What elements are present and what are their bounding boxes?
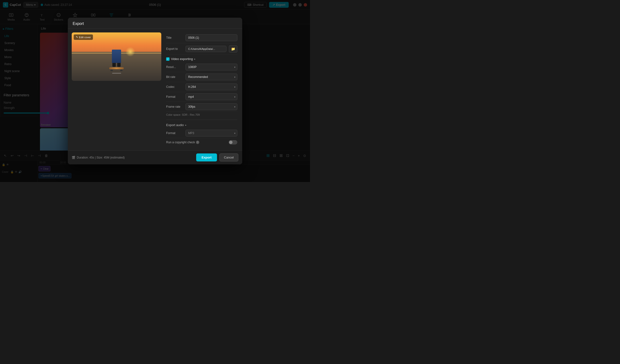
codec-wrapper: H.264 H.265 VP9 ▾ <box>186 83 237 90</box>
resolution-label: Resol... <box>166 65 186 69</box>
bitrate-row: Bit rate Low Medium Recommended High ▾ <box>166 72 237 82</box>
modal-title: Export <box>68 18 242 29</box>
audio-format-row: Format MP3 AAC WAV ▾ <box>166 128 237 138</box>
modal-overlay: Export <box>0 0 310 182</box>
resolution-select[interactable]: 720P 1080P 2K 4K <box>186 64 237 70</box>
color-space-label: Color space: SDR - Rec.709 <box>166 112 237 118</box>
resolution-row: Resol... 720P 1080P 2K 4K ▾ <box>166 62 237 72</box>
modal-body: ✎ Edit cover Title Export to <box>68 29 242 150</box>
export-modal: Export <box>68 18 242 164</box>
film-icon: 🎬 <box>72 156 75 159</box>
modal-footer: 🎬 Duration: 45s | Size: 45M (estimated) … <box>68 150 242 164</box>
bitrate-select[interactable]: Low Medium Recommended High <box>186 74 237 80</box>
footer-buttons: Export Cancel <box>196 153 238 161</box>
format-label: Format <box>166 95 186 99</box>
video-section-header: ✓ Video exporting ▸ <box>166 55 237 62</box>
title-row: Title <box>166 32 237 43</box>
audio-arrow-icon: ▸ <box>185 124 186 126</box>
bitrate-wrapper: Low Medium Recommended High ▾ <box>186 74 237 80</box>
framerate-row: Frame rate 24fps 25fps 30fps 60fps ▾ <box>166 102 237 112</box>
framerate-wrapper: 24fps 25fps 30fps 60fps ▾ <box>186 103 237 110</box>
codec-select[interactable]: H.264 H.265 VP9 <box>186 83 237 90</box>
framerate-label: Frame rate <box>166 105 186 108</box>
bitrate-label: Bit rate <box>166 75 186 79</box>
modal-scroll-area[interactable]: Title Export to 📁 ✓ Video exporting ▸ <box>166 32 238 146</box>
audio-format-wrapper: MP3 AAC WAV ▾ <box>186 130 237 136</box>
edit-icon: ✎ <box>76 36 78 39</box>
title-input[interactable] <box>186 34 237 41</box>
resolution-wrapper: 720P 1080P 2K 4K ▾ <box>186 64 237 70</box>
cancel-button[interactable]: Cancel <box>219 153 238 161</box>
modal-form: Title Export to 📁 ✓ Video exporting ▸ <box>166 32 238 146</box>
audio-section-header: Export audio ▸ <box>166 122 237 128</box>
codec-label: Codec <box>166 85 186 89</box>
copyright-label: Run a copyright check ? <box>166 141 226 144</box>
title-label: Title <box>166 36 183 39</box>
folder-button[interactable]: 📁 <box>229 45 237 53</box>
codec-row: Codec H.264 H.265 VP9 ▾ <box>166 82 237 92</box>
copyright-toggle[interactable] <box>229 140 237 144</box>
export-button[interactable]: Export <box>196 153 217 161</box>
audio-format-label: Format <box>166 131 186 135</box>
video-check-icon[interactable]: ✓ <box>166 57 170 61</box>
footer-info: 🎬 Duration: 45s | Size: 45M (estimated) <box>72 156 125 159</box>
export-to-label: Export to <box>166 47 183 51</box>
modal-preview: ✎ Edit cover <box>72 32 161 146</box>
format-select[interactable]: mp4 mov avi <box>186 93 237 100</box>
export-to-row: Export to 📁 <box>166 43 237 55</box>
edit-cover-button[interactable]: ✎ Edit cover <box>74 34 93 40</box>
copyright-row: Run a copyright check ? <box>166 138 237 146</box>
format-row: Format mp4 mov avi ▾ <box>166 92 237 102</box>
framerate-select[interactable]: 24fps 25fps 30fps 60fps <box>186 103 237 110</box>
copyright-info-icon[interactable]: ? <box>196 141 199 144</box>
section-divider <box>166 120 237 120</box>
audio-format-select[interactable]: MP3 AAC WAV <box>186 130 237 136</box>
video-section-arrow: ▸ <box>194 58 195 60</box>
preview-image: ✎ Edit cover <box>72 32 161 81</box>
export-path-input[interactable] <box>186 46 226 52</box>
format-wrapper: mp4 mov avi ▾ <box>186 93 237 100</box>
